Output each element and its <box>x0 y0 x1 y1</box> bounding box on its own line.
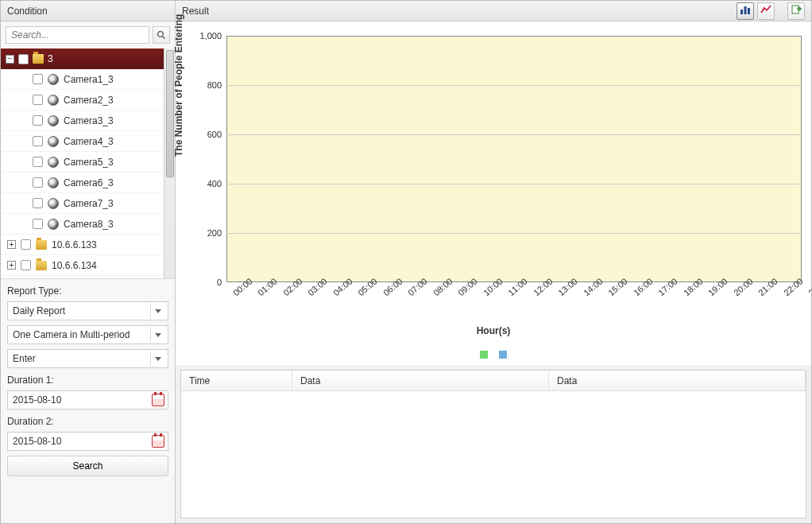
grid-line <box>226 134 802 135</box>
export-button[interactable] <box>787 2 805 20</box>
folder-icon <box>36 240 47 250</box>
line-chart-button[interactable] <box>757 2 775 20</box>
bar-chart-button[interactable] <box>737 2 754 20</box>
camera-tree-item[interactable]: Camera2_3 <box>1 90 173 111</box>
condition-panel-title: Condition <box>1 1 175 21</box>
svg-line-1 <box>163 37 165 39</box>
chevron-down-icon <box>155 357 161 361</box>
grid-line <box>226 233 802 234</box>
camera-label: Camera3_3 <box>64 115 114 126</box>
camera-tree-item[interactable]: Camera3_3 <box>1 111 173 131</box>
expand-icon[interactable]: + <box>7 261 16 270</box>
camera-label: Camera7_3 <box>64 198 114 209</box>
camera-icon <box>48 136 59 147</box>
checkbox[interactable] <box>18 54 29 64</box>
expand-icon[interactable]: + <box>7 240 16 249</box>
duration2-input[interactable]: 2015-08-10 <box>7 432 168 451</box>
folder-icon <box>36 261 47 270</box>
calendar-icon[interactable] <box>152 435 164 448</box>
y-axis-label: The Number of People Entering <box>173 14 184 157</box>
svg-rect-2 <box>740 10 743 14</box>
svg-rect-3 <box>744 6 747 14</box>
camera-icon <box>48 198 59 209</box>
checkbox[interactable] <box>33 157 43 167</box>
camera-label: Camera6_3 <box>64 177 114 188</box>
checkbox[interactable] <box>33 95 43 105</box>
checkbox[interactable] <box>33 74 43 84</box>
camera-icon <box>48 74 59 85</box>
y-tick-label: 600 <box>180 130 222 139</box>
folder-icon <box>33 54 44 64</box>
camera-tree-item[interactable]: Camera8_3 <box>1 214 173 235</box>
checkbox[interactable] <box>33 115 43 126</box>
camera-label: Camera2_3 <box>64 95 114 106</box>
duration2-label: Duration 2: <box>7 416 168 427</box>
search-button[interactable]: Search <box>7 456 168 476</box>
camera-tree-item[interactable]: Camera6_3 <box>1 173 173 193</box>
report-type-select[interactable]: Daily Report <box>7 301 168 320</box>
tree-root-label: 3 <box>48 53 53 64</box>
table-header-cell[interactable]: Data <box>292 371 549 390</box>
checkbox[interactable] <box>33 177 43 188</box>
collapse-icon[interactable]: − <box>6 55 14 64</box>
checkbox[interactable] <box>33 198 43 208</box>
camera-label: Camera4_3 <box>64 136 114 147</box>
chart-plot-area <box>226 36 802 282</box>
camera-label: Camera1_3 <box>64 74 114 85</box>
group-label: 10.6.6.134 <box>52 260 97 271</box>
result-panel-title: Result <box>182 6 209 17</box>
legend-swatch <box>480 351 488 359</box>
y-tick-label: 1,000 <box>180 31 222 41</box>
search-icon-button[interactable] <box>153 26 170 44</box>
calendar-icon[interactable] <box>152 394 164 406</box>
svg-rect-4 <box>748 8 750 14</box>
svg-rect-5 <box>792 6 798 14</box>
checkbox[interactable] <box>21 239 31 250</box>
export-icon <box>791 4 802 17</box>
svg-point-0 <box>158 32 164 37</box>
duration1-value: 2015-08-10 <box>13 394 61 406</box>
checkbox[interactable] <box>33 219 43 229</box>
camera-label: Camera8_3 <box>64 219 114 230</box>
group-tree-item[interactable]: +10.6.6.133 <box>1 235 173 255</box>
chart-legend <box>180 347 806 365</box>
result-table: TimeDataData <box>180 370 806 518</box>
mode-value: One Camera in Multi-period <box>13 329 130 340</box>
x-axis-label: Hour(s) <box>180 325 806 336</box>
tree-root-node[interactable]: − 3 <box>1 49 173 69</box>
camera-label: Camera5_3 <box>64 157 114 168</box>
camera-icon <box>48 177 59 188</box>
checkbox[interactable] <box>33 136 43 146</box>
chart: 02004006008001,000 The Number of People … <box>180 29 806 347</box>
legend-swatch <box>499 351 507 359</box>
direction-select[interactable]: Enter <box>7 349 168 368</box>
y-tick-label: 0 <box>180 278 222 287</box>
search-input[interactable] <box>6 26 149 44</box>
table-header-cell[interactable]: Time <box>181 371 292 390</box>
checkbox[interactable] <box>21 260 31 270</box>
mode-select[interactable]: One Camera in Multi-period <box>7 325 168 344</box>
camera-tree-item[interactable]: Camera7_3 <box>1 193 173 214</box>
group-label: 10.6.6.133 <box>52 239 97 250</box>
camera-icon <box>48 95 59 106</box>
camera-tree-item[interactable]: Camera5_3 <box>1 152 173 173</box>
direction-value: Enter <box>13 353 36 364</box>
y-tick-label: 400 <box>180 179 222 188</box>
duration2-value: 2015-08-10 <box>13 436 61 447</box>
camera-icon <box>48 115 59 126</box>
grid-line <box>226 85 802 86</box>
table-header-cell[interactable]: Data <box>549 371 806 390</box>
camera-tree-item[interactable]: Camera1_3 <box>1 69 173 90</box>
x-tick-label: 23:00 <box>806 276 812 297</box>
y-tick-label: 200 <box>180 228 222 238</box>
chevron-down-icon <box>155 309 161 313</box>
report-type-label: Report Type: <box>7 285 168 297</box>
camera-tree-item[interactable]: Camera4_3 <box>1 131 173 152</box>
duration1-input[interactable]: 2015-08-10 <box>7 390 168 409</box>
bar-chart-icon <box>740 4 751 17</box>
duration1-label: Duration 1: <box>7 375 168 386</box>
chevron-down-icon <box>155 333 161 337</box>
camera-tree[interactable]: − 3 Camera1_3Camera2_3Camera3_3Camera4_3… <box>1 49 175 278</box>
group-tree-item[interactable]: +10.6.6.134 <box>1 255 173 276</box>
y-tick-label: 800 <box>180 80 222 90</box>
